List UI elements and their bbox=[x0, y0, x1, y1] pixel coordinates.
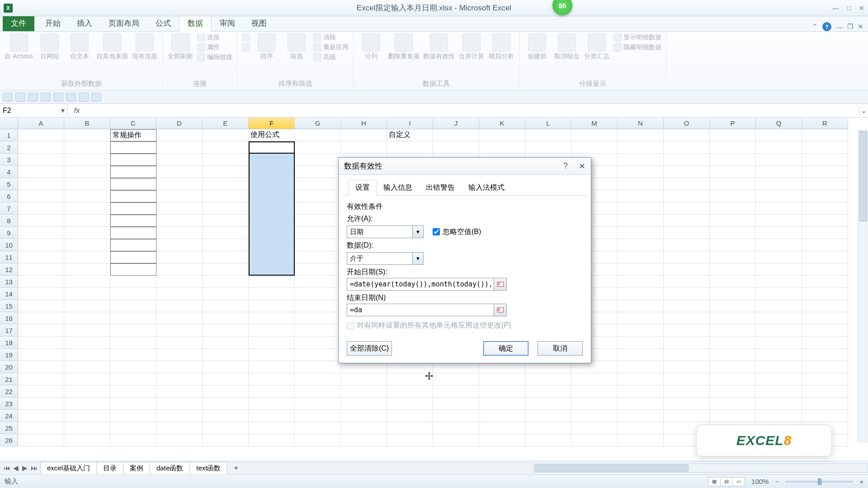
cell[interactable] bbox=[802, 398, 848, 410]
cell[interactable] bbox=[18, 154, 64, 166]
cell[interactable] bbox=[64, 239, 110, 251]
cell[interactable] bbox=[156, 239, 203, 251]
cell[interactable] bbox=[664, 312, 710, 324]
cell[interactable] bbox=[18, 239, 64, 251]
btn-reapply[interactable]: 重新应用 bbox=[313, 43, 349, 52]
zoom-slider[interactable] bbox=[785, 481, 853, 483]
cell[interactable] bbox=[387, 141, 433, 154]
cell[interactable] bbox=[203, 166, 249, 178]
fx-icon[interactable]: fx bbox=[68, 107, 86, 115]
cell[interactable] bbox=[64, 300, 110, 312]
qat-btn[interactable] bbox=[53, 93, 63, 102]
cell[interactable] bbox=[18, 227, 64, 239]
cell[interactable] bbox=[664, 276, 710, 288]
range-picker-icon[interactable] bbox=[494, 278, 507, 291]
cell[interactable] bbox=[249, 300, 295, 312]
sheet-nav-next-icon[interactable]: ▶ bbox=[21, 464, 29, 472]
cell[interactable] bbox=[64, 434, 110, 446]
cell[interactable] bbox=[295, 276, 341, 288]
cell[interactable] bbox=[156, 154, 203, 166]
cell[interactable] bbox=[710, 251, 756, 263]
cell[interactable] bbox=[156, 312, 203, 324]
cell[interactable] bbox=[802, 227, 848, 239]
cell[interactable] bbox=[525, 434, 571, 446]
cell[interactable] bbox=[756, 300, 802, 312]
cell[interactable] bbox=[18, 324, 64, 337]
qat-redo-icon[interactable] bbox=[28, 93, 38, 102]
cell[interactable] bbox=[18, 300, 64, 312]
window-min-icon[interactable]: ― bbox=[836, 23, 843, 31]
btn-advanced[interactable]: 高级 bbox=[313, 53, 349, 61]
tab-data[interactable]: 数据 bbox=[179, 14, 212, 32]
row-header[interactable]: 7 bbox=[0, 202, 18, 215]
vertical-scrollbar[interactable] bbox=[858, 129, 868, 443]
cell[interactable] bbox=[433, 422, 479, 434]
cell[interactable] bbox=[756, 190, 802, 202]
column-header[interactable]: K bbox=[479, 117, 525, 129]
cell[interactable] bbox=[341, 422, 387, 434]
cell[interactable] bbox=[710, 202, 756, 215]
cell[interactable] bbox=[18, 373, 64, 385]
column-header[interactable]: P bbox=[710, 117, 756, 129]
range-picker-icon[interactable] bbox=[494, 304, 507, 316]
btn-text-to-columns[interactable]: 分列 bbox=[358, 33, 384, 61]
cell[interactable] bbox=[249, 410, 295, 422]
cell[interactable] bbox=[156, 434, 203, 446]
cell[interactable] bbox=[203, 178, 249, 190]
cell[interactable] bbox=[433, 141, 479, 154]
cell[interactable] bbox=[341, 141, 387, 154]
ribbon-minimize-icon[interactable]: ⌃ bbox=[812, 23, 818, 31]
tab-view[interactable]: 视图 bbox=[243, 15, 275, 31]
cell[interactable] bbox=[249, 154, 295, 166]
help-icon[interactable]: ? bbox=[822, 22, 831, 31]
cell[interactable] bbox=[802, 276, 848, 288]
cell[interactable] bbox=[110, 251, 156, 263]
cell[interactable] bbox=[618, 288, 664, 300]
sheet-tab[interactable]: text函数 bbox=[189, 462, 227, 474]
row-header[interactable]: 21 bbox=[0, 373, 18, 385]
tab-insert[interactable]: 插入 bbox=[69, 15, 100, 31]
cell[interactable] bbox=[203, 154, 249, 166]
cell[interactable] bbox=[618, 398, 664, 410]
cell[interactable] bbox=[64, 398, 110, 410]
cell[interactable] bbox=[64, 154, 110, 166]
cell[interactable] bbox=[802, 251, 848, 263]
cell[interactable] bbox=[249, 312, 295, 324]
cell[interactable] bbox=[664, 373, 710, 385]
close-icon[interactable]: ✕ bbox=[859, 5, 864, 12]
btn-edit-links[interactable]: 编辑链接 bbox=[197, 53, 232, 61]
new-sheet-icon[interactable]: ✦ bbox=[227, 462, 245, 474]
cell[interactable] bbox=[156, 398, 203, 410]
cell[interactable]: 自定义 bbox=[387, 129, 433, 141]
cell[interactable] bbox=[479, 373, 525, 385]
tab-page-layout[interactable]: 页面布局 bbox=[100, 15, 147, 31]
qat-btn[interactable] bbox=[91, 93, 101, 102]
cell[interactable] bbox=[756, 178, 802, 190]
cell[interactable] bbox=[203, 373, 249, 385]
chevron-down-icon[interactable]: ▼ bbox=[413, 252, 424, 265]
cell[interactable] bbox=[295, 385, 341, 398]
column-header[interactable]: A bbox=[18, 117, 64, 129]
dialog-tab-ime-mode[interactable]: 输入法模式 bbox=[462, 180, 511, 196]
cell[interactable] bbox=[110, 215, 156, 227]
cell[interactable] bbox=[756, 215, 802, 227]
cell[interactable] bbox=[18, 141, 64, 154]
cell[interactable] bbox=[756, 385, 802, 398]
cell[interactable] bbox=[341, 410, 387, 422]
cell[interactable] bbox=[156, 129, 203, 141]
row-header[interactable]: 8 bbox=[0, 215, 18, 227]
qat-btn[interactable] bbox=[41, 93, 51, 102]
cell[interactable] bbox=[64, 276, 110, 288]
cell[interactable] bbox=[756, 227, 802, 239]
chevron-down-icon[interactable]: ▾ bbox=[61, 106, 65, 115]
cell[interactable] bbox=[203, 202, 249, 215]
btn-group[interactable]: 创建组 bbox=[524, 33, 550, 61]
row-header[interactable]: 16 bbox=[0, 312, 18, 324]
cell[interactable] bbox=[64, 312, 110, 324]
cell[interactable] bbox=[387, 398, 433, 410]
cell[interactable] bbox=[618, 190, 664, 202]
cell[interactable] bbox=[156, 141, 203, 154]
qat-save-icon[interactable] bbox=[3, 93, 13, 102]
cell[interactable] bbox=[110, 324, 156, 337]
cell[interactable] bbox=[203, 190, 249, 202]
